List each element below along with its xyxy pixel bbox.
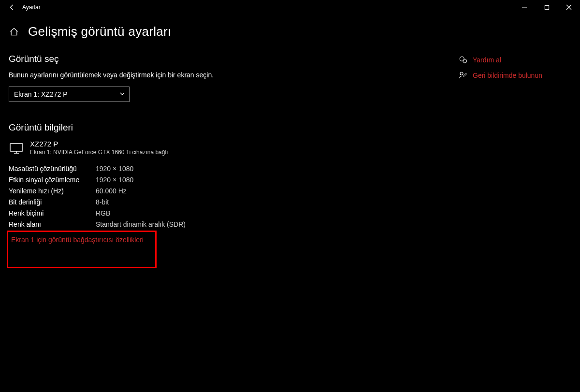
page-title: Gelişmiş görüntü ayarları — [28, 24, 172, 39]
table-row: Bit derinliği 8-bit — [9, 196, 458, 207]
property-value: RGB — [96, 209, 110, 217]
minimize-button[interactable] — [513, 0, 536, 15]
monitor-icon — [9, 141, 24, 156]
property-key: Renk alanı — [9, 220, 96, 228]
table-row: Masaüstü çözünürlüğü 1920 × 1080 — [9, 163, 458, 174]
table-row: Renk alanı Standart dinamik aralık (SDR) — [9, 218, 458, 230]
svg-rect-1 — [545, 5, 549, 9]
property-value: 60.000 Hz — [96, 187, 127, 195]
table-row: Renk biçimi RGB — [9, 207, 458, 218]
svg-point-7 — [460, 57, 464, 61]
help-icon — [458, 56, 468, 64]
table-row: Yenileme hızı (Hz) 60.000 Hz — [9, 185, 458, 196]
property-key: Renk biçimi — [9, 209, 96, 217]
property-key: Masaüstü çözünürlüğü — [9, 165, 96, 173]
maximize-button[interactable] — [536, 0, 558, 15]
chevron-down-icon — [119, 91, 125, 98]
window-title: Ayarlar — [22, 4, 513, 11]
highlighted-region: Ekran 1 için görüntü bağdaştırıcısı özel… — [7, 231, 157, 268]
table-row: Etkin sinyal çözümleme 1920 × 1080 — [9, 174, 458, 185]
select-display-title: Görüntü seç — [9, 54, 458, 64]
display-dropdown-value: Ekran 1: XZ272 P — [14, 90, 68, 98]
property-value: 8-bit — [96, 198, 109, 206]
help-link[interactable]: Yardım al — [458, 56, 580, 64]
feedback-icon — [458, 71, 468, 80]
display-info-title: Görüntü bilgileri — [9, 122, 458, 133]
svg-rect-4 — [10, 144, 23, 151]
property-key: Etkin sinyal çözümleme — [9, 176, 96, 184]
select-display-description: Bunun ayarlarını görüntülemek veya değiş… — [9, 71, 458, 79]
display-adapter-properties-link[interactable]: Ekran 1 için görüntü bağdaştırıcısı özel… — [11, 236, 144, 244]
close-button[interactable] — [558, 0, 580, 15]
property-key: Bit derinliği — [9, 198, 96, 206]
feedback-link[interactable]: Geri bildirimde bulunun — [458, 71, 580, 80]
feedback-link-label: Geri bildirimde bulunun — [473, 72, 542, 79]
display-name: XZ272 P — [30, 140, 168, 148]
property-value: 1920 × 1080 — [96, 165, 133, 173]
display-connected-to: Ekran 1: NVIDIA GeForce GTX 1660 Ti ciha… — [30, 149, 168, 156]
property-value: Standart dinamik aralık (SDR) — [96, 220, 186, 228]
display-dropdown[interactable]: Ekran 1: XZ272 P — [9, 87, 130, 102]
home-icon[interactable] — [9, 27, 19, 37]
svg-point-8 — [463, 59, 467, 63]
property-value: 1920 × 1080 — [96, 176, 133, 184]
back-button[interactable] — [5, 4, 19, 11]
help-link-label: Yardım al — [473, 56, 501, 64]
display-properties-table: Masaüstü çözünürlüğü 1920 × 1080 Etkin s… — [9, 163, 458, 230]
svg-point-9 — [460, 72, 463, 75]
property-key: Yenileme hızı (Hz) — [9, 187, 96, 195]
